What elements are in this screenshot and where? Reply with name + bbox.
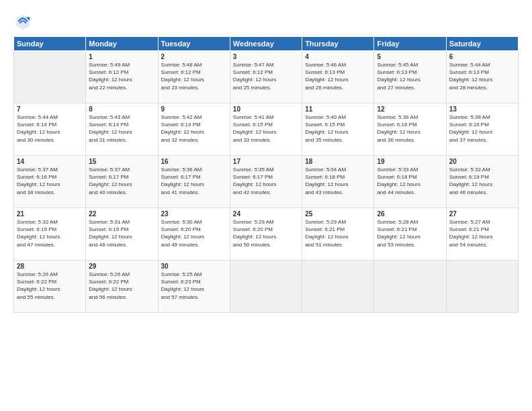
day-number: 25 — [305, 210, 371, 218]
day-info: Sunrise: 5:31 AM Sunset: 6:19 PM Dayligh… — [89, 218, 154, 248]
day-info: Sunrise: 5:38 AM Sunset: 6:16 PM Dayligh… — [449, 113, 515, 144]
day-info: Sunrise: 5:40 AM Sunset: 6:15 PM Dayligh… — [305, 113, 371, 144]
week-row-0: 1Sunrise: 5:49 AM Sunset: 6:12 PM Daylig… — [14, 51, 519, 103]
day-info: Sunrise: 5:34 AM Sunset: 6:18 PM Dayligh… — [305, 166, 371, 196]
day-number: 1 — [89, 53, 154, 60]
day-cell: 21Sunrise: 5:32 AM Sunset: 6:19 PM Dayli… — [14, 208, 86, 261]
page: SundayMondayTuesdayWednesdayThursdayFrid… — [0, 0, 532, 411]
day-cell: 24Sunrise: 5:29 AM Sunset: 6:20 PM Dayli… — [230, 208, 302, 261]
header-cell-friday: Friday — [374, 37, 446, 51]
day-cell — [14, 51, 86, 103]
day-info: Sunrise: 5:44 AM Sunset: 6:13 PM Dayligh… — [449, 61, 515, 91]
day-info: Sunrise: 5:44 AM Sunset: 6:14 PM Dayligh… — [17, 113, 83, 144]
day-info: Sunrise: 5:45 AM Sunset: 6:13 PM Dayligh… — [377, 61, 443, 91]
day-number: 20 — [449, 158, 515, 165]
day-number: 15 — [89, 158, 154, 165]
day-cell: 22Sunrise: 5:31 AM Sunset: 6:19 PM Dayli… — [86, 208, 158, 261]
day-cell: 3Sunrise: 5:47 AM Sunset: 6:12 PM Daylig… — [230, 51, 302, 103]
logo — [13, 12, 34, 31]
day-number: 30 — [161, 263, 227, 270]
day-info: Sunrise: 5:37 AM Sunset: 6:16 PM Dayligh… — [17, 166, 83, 196]
day-info: Sunrise: 5:32 AM Sunset: 6:19 PM Dayligh… — [17, 218, 83, 248]
day-number: 13 — [449, 105, 515, 113]
day-info: Sunrise: 5:49 AM Sunset: 6:12 PM Dayligh… — [89, 61, 154, 91]
header-cell-sunday: Sunday — [14, 37, 86, 51]
day-cell: 30Sunrise: 5:25 AM Sunset: 6:23 PM Dayli… — [158, 261, 230, 313]
day-cell: 25Sunrise: 5:29 AM Sunset: 6:21 PM Dayli… — [302, 208, 374, 261]
day-cell: 28Sunrise: 5:26 AM Sunset: 6:22 PM Dayli… — [14, 261, 86, 313]
day-info: Sunrise: 5:33 AM Sunset: 6:18 PM Dayligh… — [377, 166, 443, 196]
day-number: 2 — [161, 53, 227, 60]
day-number: 9 — [161, 105, 227, 113]
day-cell — [302, 261, 374, 313]
day-number: 11 — [305, 105, 371, 113]
header-cell-wednesday: Wednesday — [230, 37, 302, 51]
day-cell: 20Sunrise: 5:32 AM Sunset: 6:19 PM Dayli… — [446, 156, 518, 208]
calendar-table: SundayMondayTuesdayWednesdayThursdayFrid… — [13, 36, 519, 313]
day-number: 28 — [17, 263, 83, 270]
day-cell: 12Sunrise: 5:39 AM Sunset: 6:16 PM Dayli… — [374, 103, 446, 156]
day-cell: 29Sunrise: 5:26 AM Sunset: 6:22 PM Dayli… — [86, 261, 158, 313]
day-cell: 14Sunrise: 5:37 AM Sunset: 6:16 PM Dayli… — [14, 156, 86, 208]
day-cell: 16Sunrise: 5:36 AM Sunset: 6:17 PM Dayli… — [158, 156, 230, 208]
day-info: Sunrise: 5:42 AM Sunset: 6:14 PM Dayligh… — [161, 113, 227, 144]
day-number: 23 — [161, 210, 227, 218]
day-info: Sunrise: 5:47 AM Sunset: 6:12 PM Dayligh… — [233, 61, 299, 91]
day-info: Sunrise: 5:26 AM Sunset: 6:22 PM Dayligh… — [17, 271, 83, 301]
day-cell: 5Sunrise: 5:45 AM Sunset: 6:13 PM Daylig… — [374, 51, 446, 103]
day-info: Sunrise: 5:28 AM Sunset: 6:21 PM Dayligh… — [377, 218, 443, 248]
day-info: Sunrise: 5:43 AM Sunset: 6:14 PM Dayligh… — [89, 113, 154, 144]
day-number: 24 — [233, 210, 299, 218]
day-number: 18 — [305, 158, 371, 165]
day-cell: 9Sunrise: 5:42 AM Sunset: 6:14 PM Daylig… — [158, 103, 230, 156]
day-cell: 2Sunrise: 5:48 AM Sunset: 6:12 PM Daylig… — [158, 51, 230, 103]
day-number: 17 — [233, 158, 299, 165]
day-info: Sunrise: 5:46 AM Sunset: 6:13 PM Dayligh… — [305, 61, 371, 91]
day-number: 5 — [377, 53, 443, 60]
day-number: 4 — [305, 53, 371, 60]
day-cell: 13Sunrise: 5:38 AM Sunset: 6:16 PM Dayli… — [446, 103, 518, 156]
week-row-1: 7Sunrise: 5:44 AM Sunset: 6:14 PM Daylig… — [14, 103, 519, 156]
header-cell-tuesday: Tuesday — [158, 37, 230, 51]
day-number: 21 — [17, 210, 83, 218]
day-info: Sunrise: 5:37 AM Sunset: 6:17 PM Dayligh… — [89, 166, 154, 196]
week-row-2: 14Sunrise: 5:37 AM Sunset: 6:16 PM Dayli… — [14, 156, 519, 208]
day-info: Sunrise: 5:32 AM Sunset: 6:19 PM Dayligh… — [449, 166, 515, 196]
day-info: Sunrise: 5:39 AM Sunset: 6:16 PM Dayligh… — [377, 113, 443, 144]
day-number: 29 — [89, 263, 154, 270]
day-number: 22 — [89, 210, 154, 218]
day-cell: 8Sunrise: 5:43 AM Sunset: 6:14 PM Daylig… — [86, 103, 158, 156]
day-number: 7 — [17, 105, 83, 113]
day-info: Sunrise: 5:41 AM Sunset: 6:15 PM Dayligh… — [233, 113, 299, 144]
day-cell: 1Sunrise: 5:49 AM Sunset: 6:12 PM Daylig… — [86, 51, 158, 103]
logo-icon — [13, 12, 32, 31]
day-info: Sunrise: 5:29 AM Sunset: 6:20 PM Dayligh… — [233, 218, 299, 248]
header — [13, 12, 519, 31]
day-info: Sunrise: 5:29 AM Sunset: 6:21 PM Dayligh… — [305, 218, 371, 248]
day-info: Sunrise: 5:35 AM Sunset: 6:17 PM Dayligh… — [233, 166, 299, 196]
day-number: 6 — [449, 53, 515, 60]
header-cell-saturday: Saturday — [446, 37, 518, 51]
day-info: Sunrise: 5:26 AM Sunset: 6:22 PM Dayligh… — [89, 271, 154, 301]
day-number: 10 — [233, 105, 299, 113]
day-number: 3 — [233, 53, 299, 60]
day-number: 16 — [161, 158, 227, 165]
day-cell: 17Sunrise: 5:35 AM Sunset: 6:17 PM Dayli… — [230, 156, 302, 208]
day-info: Sunrise: 5:48 AM Sunset: 6:12 PM Dayligh… — [161, 61, 227, 91]
day-number: 27 — [449, 210, 515, 218]
day-info: Sunrise: 5:27 AM Sunset: 6:21 PM Dayligh… — [449, 218, 515, 248]
day-cell — [230, 261, 302, 313]
day-cell: 26Sunrise: 5:28 AM Sunset: 6:21 PM Dayli… — [374, 208, 446, 261]
header-cell-monday: Monday — [86, 37, 158, 51]
header-row: SundayMondayTuesdayWednesdayThursdayFrid… — [14, 37, 519, 51]
day-info: Sunrise: 5:25 AM Sunset: 6:23 PM Dayligh… — [161, 271, 227, 301]
day-info: Sunrise: 5:30 AM Sunset: 6:20 PM Dayligh… — [161, 218, 227, 248]
week-row-3: 21Sunrise: 5:32 AM Sunset: 6:19 PM Dayli… — [14, 208, 519, 261]
day-cell: 23Sunrise: 5:30 AM Sunset: 6:20 PM Dayli… — [158, 208, 230, 261]
day-number: 14 — [17, 158, 83, 165]
day-cell: 18Sunrise: 5:34 AM Sunset: 6:18 PM Dayli… — [302, 156, 374, 208]
header-cell-thursday: Thursday — [302, 37, 374, 51]
day-cell: 6Sunrise: 5:44 AM Sunset: 6:13 PM Daylig… — [446, 51, 518, 103]
day-cell — [446, 261, 518, 313]
day-number: 8 — [89, 105, 154, 113]
